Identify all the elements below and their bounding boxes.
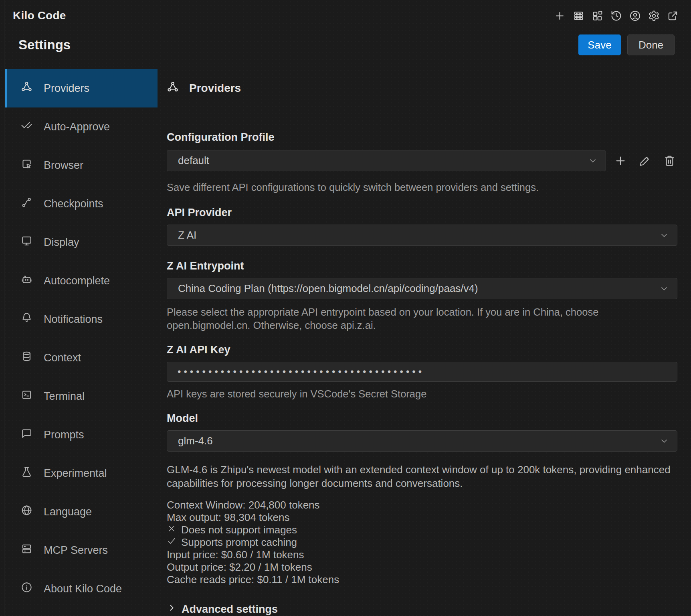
sidebar-item-prompts[interactable]: Prompts xyxy=(5,415,158,454)
sidebar-item-browser[interactable]: Browser xyxy=(5,146,158,184)
sidebar-item-autocomplete[interactable]: Autocomplete xyxy=(5,261,158,300)
bell-icon xyxy=(21,312,32,326)
rename-profile-pencil-icon[interactable] xyxy=(638,154,652,168)
database-icon xyxy=(21,351,32,365)
header-actions: Save Done xyxy=(578,34,675,55)
entrypoint-select[interactable]: China Coding Plan (https://open.bigmodel… xyxy=(167,278,677,299)
sidebar-item-terminal[interactable]: Terminal xyxy=(5,377,158,415)
context-window-row: Context Window: 204,800 tokens xyxy=(167,499,677,511)
providers-knot-icon xyxy=(21,81,32,95)
check-icon xyxy=(167,536,176,549)
model-description: GLM-4.6 is Zhipu's newest model with an … xyxy=(167,463,677,490)
content: Providers Auto-Approve Browser Checkpoin… xyxy=(0,69,691,616)
output-price-row: Output price: $2.20 / 1M tokens xyxy=(167,561,677,573)
page-title: Settings xyxy=(18,37,71,53)
api-key-input[interactable] xyxy=(167,362,677,382)
sidebar-item-label: Browser xyxy=(44,159,83,172)
monitor-icon xyxy=(21,235,32,249)
titlebar: Kilo Code xyxy=(0,0,691,26)
history-icon[interactable] xyxy=(610,9,622,22)
api-key-label: Z AI API Key xyxy=(167,343,677,356)
sidebar-item-label: Auto-Approve xyxy=(44,121,110,133)
settings-header: Settings Save Done xyxy=(0,26,691,69)
model-value: glm-4.6 xyxy=(178,435,213,447)
configuration-profile-select[interactable]: default xyxy=(167,150,606,171)
api-provider-value: Z AI xyxy=(178,229,196,241)
api-provider-select[interactable]: Z AI xyxy=(167,225,677,246)
prompts-list-icon[interactable] xyxy=(572,9,585,22)
done-button[interactable]: Done xyxy=(627,34,675,55)
sidebar-item-label: Display xyxy=(44,236,79,249)
section-title: Providers xyxy=(189,82,241,95)
configuration-profile-label: Configuration Profile xyxy=(167,131,677,144)
chevron-down-icon xyxy=(659,231,669,243)
info-icon xyxy=(21,582,32,596)
sidebar-item-notifications[interactable]: Notifications xyxy=(5,300,158,338)
no-images-row: Does not support images xyxy=(167,524,677,536)
sidebar-item-auto-approve[interactable]: Auto-Approve xyxy=(5,107,158,146)
api-key-helper: API keys are stored securely in VSCode's… xyxy=(167,387,677,401)
kilo-code-settings-window: Kilo Code xyxy=(0,0,691,616)
max-output-row: Max output: 98,304 tokens xyxy=(167,511,677,524)
robot-icon xyxy=(21,274,32,288)
sidebar-item-label: Notifications xyxy=(44,313,103,326)
sidebar-item-label: Context xyxy=(44,352,81,364)
browser-cursor-icon xyxy=(21,158,32,172)
sidebar-item-experimental[interactable]: Experimental xyxy=(5,454,158,492)
sidebar-item-label: Terminal xyxy=(44,390,85,403)
app-title: Kilo Code xyxy=(13,9,66,22)
account-icon[interactable] xyxy=(628,9,641,22)
advanced-settings-label: Advanced settings xyxy=(182,603,278,616)
sidebar-item-display[interactable]: Display xyxy=(5,223,158,261)
sidebar-item-context[interactable]: Context xyxy=(5,338,158,377)
sidebar-item-label: About Kilo Code xyxy=(44,583,122,595)
delete-profile-trash-icon[interactable] xyxy=(663,154,676,168)
flask-icon xyxy=(21,466,32,480)
sidebar-item-label: MCP Servers xyxy=(44,544,108,557)
chevron-down-icon xyxy=(588,156,598,168)
cache-reads-price-row: Cache reads price: $0.11 / 1M tokens xyxy=(167,573,677,586)
settings-gear-icon[interactable] xyxy=(647,9,660,22)
entrypoint-label: Z AI Entrypoint xyxy=(167,259,677,272)
section-header: Providers xyxy=(167,69,677,107)
open-in-editor-icon[interactable] xyxy=(666,9,679,22)
configuration-profile-value: default xyxy=(178,154,209,167)
sidebar-item-label: Language xyxy=(44,506,92,518)
sidebar-item-label: Providers xyxy=(44,82,89,95)
api-provider-label: API Provider xyxy=(167,206,677,219)
marketplace-icon[interactable] xyxy=(591,9,604,22)
entrypoint-helper: Please select the appropriate API entryp… xyxy=(167,306,677,332)
model-select[interactable]: glm-4.6 xyxy=(167,430,677,452)
sidebar-item-label: Experimental xyxy=(44,467,107,480)
chevron-down-icon xyxy=(659,436,669,449)
sidebar-item-label: Autocomplete xyxy=(44,275,110,287)
configuration-profile-helper: Save different API configurations to qui… xyxy=(167,181,677,194)
sidebar-item-label: Checkpoints xyxy=(44,198,103,210)
double-check-icon xyxy=(21,120,32,134)
input-price-row: Input price: $0.60 / 1M tokens xyxy=(167,549,677,561)
route-icon xyxy=(21,197,32,211)
providers-knot-icon xyxy=(167,81,179,96)
entrypoint-value: China Coding Plan (https://open.bigmodel… xyxy=(178,282,478,295)
sidebar-item-mcp-servers[interactable]: MCP Servers xyxy=(5,531,158,569)
message-icon xyxy=(21,428,32,442)
model-info: Context Window: 204,800 tokens Max outpu… xyxy=(167,499,677,586)
sidebar-item-about[interactable]: About Kilo Code xyxy=(5,569,158,608)
servers-icon xyxy=(21,543,32,557)
x-icon xyxy=(167,524,176,536)
prompt-caching-row: Supports prompt caching xyxy=(167,536,677,549)
sidebar-item-checkpoints[interactable]: Checkpoints xyxy=(5,184,158,223)
chevron-right-icon xyxy=(167,603,177,616)
sidebar-item-label: Prompts xyxy=(44,429,84,441)
sidebar-item-providers[interactable]: Providers xyxy=(5,69,158,107)
new-task-icon[interactable] xyxy=(553,9,566,22)
globe-icon xyxy=(21,505,32,519)
save-button[interactable]: Save xyxy=(578,34,621,55)
terminal-icon xyxy=(21,389,32,403)
add-profile-icon[interactable] xyxy=(614,154,627,168)
advanced-settings-toggle[interactable]: Advanced settings xyxy=(167,603,677,616)
model-label: Model xyxy=(167,412,677,425)
sidebar-item-language[interactable]: Language xyxy=(5,492,158,531)
chevron-down-icon xyxy=(659,284,669,296)
configuration-profile-row: default xyxy=(167,150,677,171)
